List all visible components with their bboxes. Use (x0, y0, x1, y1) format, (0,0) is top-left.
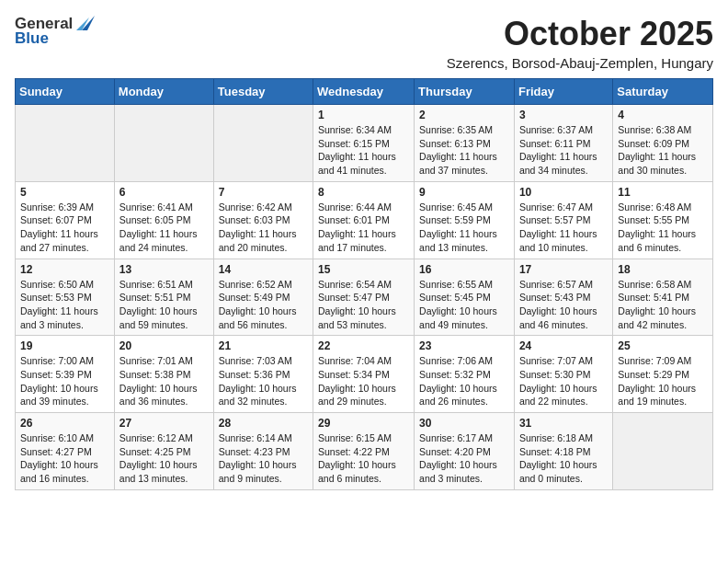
day-number: 5 (20, 186, 109, 199)
weekday-wednesday: Wednesday (313, 79, 415, 105)
calendar-cell: 20Sunrise: 7:01 AMSunset: 5:38 PMDayligh… (114, 336, 213, 413)
day-info: Sunrise: 6:10 AMSunset: 4:27 PMDaylight:… (20, 431, 109, 486)
day-number: 18 (618, 263, 708, 276)
day-number: 9 (419, 186, 509, 199)
calendar-cell: 18Sunrise: 6:58 AMSunset: 5:41 PMDayligh… (613, 259, 713, 336)
day-info: Sunrise: 6:14 AMSunset: 4:23 PMDaylight:… (219, 431, 308, 486)
calendar-cell (114, 105, 213, 182)
day-number: 15 (318, 263, 409, 276)
logo: General Blue (15, 15, 95, 48)
day-info: Sunrise: 6:17 AMSunset: 4:20 PMDaylight:… (419, 431, 509, 486)
calendar-cell: 21Sunrise: 7:03 AMSunset: 5:36 PMDayligh… (213, 336, 313, 413)
day-number: 28 (219, 417, 308, 430)
calendar-cell (16, 105, 115, 182)
week-row-2: 5Sunrise: 6:39 AMSunset: 6:07 PMDaylight… (16, 181, 713, 259)
day-info: Sunrise: 6:18 AMSunset: 4:18 PMDaylight:… (519, 431, 608, 486)
day-info: Sunrise: 7:01 AMSunset: 5:38 PMDaylight:… (119, 354, 209, 408)
day-info: Sunrise: 6:39 AMSunset: 6:07 PMDaylight:… (20, 201, 109, 255)
day-info: Sunrise: 6:52 AMSunset: 5:49 PMDaylight:… (219, 278, 308, 332)
calendar-cell: 12Sunrise: 6:50 AMSunset: 5:53 PMDayligh… (16, 259, 115, 336)
calendar-table: SundayMondayTuesdayWednesdayThursdayFrid… (15, 78, 713, 490)
day-info: Sunrise: 6:47 AMSunset: 5:57 PMDaylight:… (519, 201, 608, 255)
calendar-cell: 17Sunrise: 6:57 AMSunset: 5:43 PMDayligh… (514, 259, 612, 336)
location-title: Szerencs, Borsod-Abauj-Zemplen, Hungary (447, 55, 713, 71)
calendar-cell: 14Sunrise: 6:52 AMSunset: 5:49 PMDayligh… (213, 259, 313, 336)
calendar-cell: 29Sunrise: 6:15 AMSunset: 4:22 PMDayligh… (313, 413, 415, 490)
day-number: 17 (519, 263, 608, 276)
calendar-cell: 6Sunrise: 6:41 AMSunset: 6:05 PMDaylight… (114, 181, 213, 259)
header: General Blue October 2025 Szerencs, Bors… (15, 15, 713, 71)
calendar-cell: 9Sunrise: 6:45 AMSunset: 5:59 PMDaylight… (415, 181, 515, 259)
day-number: 26 (20, 417, 109, 430)
calendar-cell: 15Sunrise: 6:54 AMSunset: 5:47 PMDayligh… (313, 259, 415, 336)
day-info: Sunrise: 7:00 AMSunset: 5:39 PMDaylight:… (20, 354, 109, 408)
calendar-cell: 31Sunrise: 6:18 AMSunset: 4:18 PMDayligh… (514, 413, 612, 490)
day-info: Sunrise: 7:09 AMSunset: 5:29 PMDaylight:… (618, 354, 708, 408)
day-number: 20 (119, 339, 209, 352)
calendar-cell (613, 413, 713, 490)
week-row-4: 19Sunrise: 7:00 AMSunset: 5:39 PMDayligh… (16, 336, 713, 413)
day-number: 11 (618, 186, 708, 199)
calendar-cell: 22Sunrise: 7:04 AMSunset: 5:34 PMDayligh… (313, 336, 415, 413)
day-number: 3 (519, 109, 608, 121)
day-info: Sunrise: 6:51 AMSunset: 5:51 PMDaylight:… (119, 278, 209, 332)
day-info: Sunrise: 6:41 AMSunset: 6:05 PMDaylight:… (119, 201, 209, 255)
day-number: 24 (519, 339, 608, 352)
weekday-monday: Monday (114, 79, 213, 105)
month-title: October 2025 (447, 15, 713, 53)
day-info: Sunrise: 6:45 AMSunset: 5:59 PMDaylight:… (419, 201, 509, 255)
calendar-cell: 3Sunrise: 6:37 AMSunset: 6:11 PMDaylight… (514, 105, 612, 182)
day-number: 22 (318, 339, 409, 352)
day-number: 19 (20, 339, 109, 352)
day-number: 6 (119, 186, 209, 199)
day-number: 21 (219, 339, 308, 352)
weekday-saturday: Saturday (613, 79, 713, 105)
day-number: 7 (219, 186, 308, 199)
calendar-cell: 5Sunrise: 6:39 AMSunset: 6:07 PMDaylight… (16, 181, 115, 259)
day-info: Sunrise: 6:42 AMSunset: 6:03 PMDaylight:… (219, 201, 308, 255)
calendar-cell: 28Sunrise: 6:14 AMSunset: 4:23 PMDayligh… (213, 413, 313, 490)
calendar-cell: 30Sunrise: 6:17 AMSunset: 4:20 PMDayligh… (415, 413, 515, 490)
day-info: Sunrise: 7:04 AMSunset: 5:34 PMDaylight:… (318, 354, 409, 408)
calendar-cell: 4Sunrise: 6:38 AMSunset: 6:09 PMDaylight… (613, 105, 713, 182)
calendar-cell: 24Sunrise: 7:07 AMSunset: 5:30 PMDayligh… (514, 336, 612, 413)
weekday-sunday: Sunday (16, 79, 115, 105)
day-number: 10 (519, 186, 608, 199)
day-number: 8 (318, 186, 409, 199)
day-info: Sunrise: 6:58 AMSunset: 5:41 PMDaylight:… (618, 278, 708, 332)
calendar-cell: 7Sunrise: 6:42 AMSunset: 6:03 PMDaylight… (213, 181, 313, 259)
day-number: 4 (618, 109, 708, 121)
week-row-3: 12Sunrise: 6:50 AMSunset: 5:53 PMDayligh… (16, 259, 713, 336)
calendar-cell: 2Sunrise: 6:35 AMSunset: 6:13 PMDaylight… (415, 105, 515, 182)
calendar-cell (213, 105, 313, 182)
day-info: Sunrise: 6:37 AMSunset: 6:11 PMDaylight:… (519, 123, 608, 178)
day-number: 1 (318, 109, 409, 121)
day-info: Sunrise: 6:48 AMSunset: 5:55 PMDaylight:… (618, 201, 708, 255)
day-number: 16 (419, 263, 509, 276)
calendar-cell: 13Sunrise: 6:51 AMSunset: 5:51 PMDayligh… (114, 259, 213, 336)
weekday-friday: Friday (514, 79, 612, 105)
day-number: 14 (219, 263, 308, 276)
day-info: Sunrise: 6:55 AMSunset: 5:45 PMDaylight:… (419, 278, 509, 332)
day-number: 12 (20, 263, 109, 276)
day-info: Sunrise: 6:54 AMSunset: 5:47 PMDaylight:… (318, 278, 409, 332)
day-info: Sunrise: 6:12 AMSunset: 4:25 PMDaylight:… (119, 431, 209, 486)
day-number: 13 (119, 263, 209, 276)
calendar-cell: 26Sunrise: 6:10 AMSunset: 4:27 PMDayligh… (16, 413, 115, 490)
day-info: Sunrise: 7:06 AMSunset: 5:32 PMDaylight:… (419, 354, 509, 408)
calendar-cell: 11Sunrise: 6:48 AMSunset: 5:55 PMDayligh… (613, 181, 713, 259)
day-number: 23 (419, 339, 509, 352)
day-info: Sunrise: 6:44 AMSunset: 6:01 PMDaylight:… (318, 201, 409, 255)
calendar-cell: 8Sunrise: 6:44 AMSunset: 6:01 PMDaylight… (313, 181, 415, 259)
calendar-cell: 16Sunrise: 6:55 AMSunset: 5:45 PMDayligh… (415, 259, 515, 336)
weekday-thursday: Thursday (415, 79, 515, 105)
day-number: 25 (618, 339, 708, 352)
day-number: 29 (318, 417, 409, 430)
day-info: Sunrise: 6:35 AMSunset: 6:13 PMDaylight:… (419, 123, 509, 178)
calendar-cell: 10Sunrise: 6:47 AMSunset: 5:57 PMDayligh… (514, 181, 612, 259)
calendar-cell: 25Sunrise: 7:09 AMSunset: 5:29 PMDayligh… (613, 336, 713, 413)
day-info: Sunrise: 6:38 AMSunset: 6:09 PMDaylight:… (618, 123, 708, 178)
day-info: Sunrise: 6:15 AMSunset: 4:22 PMDaylight:… (318, 431, 409, 486)
day-info: Sunrise: 7:07 AMSunset: 5:30 PMDaylight:… (519, 354, 608, 408)
calendar-cell: 19Sunrise: 7:00 AMSunset: 5:39 PMDayligh… (16, 336, 115, 413)
